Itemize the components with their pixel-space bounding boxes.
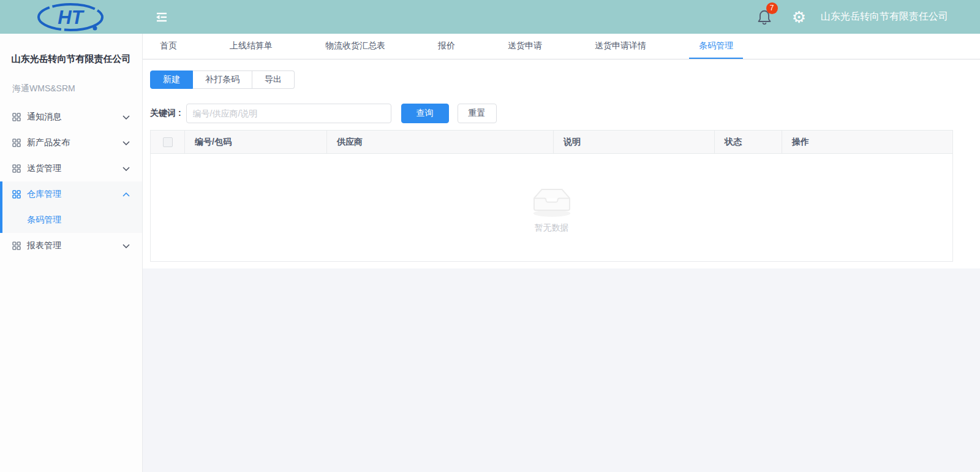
- keyword-label: 关键词 :: [150, 108, 181, 119]
- column-header-actions: 操作: [782, 131, 952, 153]
- sidebar-item-warehouse[interactable]: 仓库管理: [0, 181, 142, 207]
- sidebar-item-delivery[interactable]: 送货管理: [0, 156, 142, 181]
- tab-online-settlement[interactable]: 上线结算单: [220, 34, 282, 59]
- tab-barcode-management[interactable]: 条码管理: [689, 34, 743, 59]
- tab-logistics-summary[interactable]: 物流收货汇总表: [315, 34, 395, 59]
- logo: HT: [0, 2, 143, 32]
- toolbar-button-group: 新建 补打条码 导出: [150, 70, 295, 89]
- chevron-down-icon: [123, 167, 130, 171]
- column-header-supplier: 供应商: [327, 131, 554, 153]
- sidebar-item-label: 送货管理: [27, 163, 123, 174]
- company-logo-icon: HT: [36, 2, 108, 32]
- empty-text: 暂无数据: [535, 223, 569, 234]
- page-background: [143, 268, 980, 472]
- sidebar-subitem-label: 条码管理: [27, 215, 61, 226]
- logo-text: HT: [58, 7, 85, 28]
- column-header-code: 编号/包码: [185, 131, 327, 153]
- menu-fold-icon[interactable]: [155, 12, 168, 23]
- column-header-description: 说明: [554, 131, 715, 153]
- sidebar-system-label: 海通WMS&SRM: [12, 83, 142, 94]
- app-header: HT 7 ⚙ 山东光岳转向节有限责任公司: [0, 0, 980, 34]
- sidebar-item-label: 新产品发布: [27, 137, 123, 148]
- tab-delivery-request-detail[interactable]: 送货申请详情: [585, 34, 656, 59]
- sidebar-item-notifications[interactable]: 通知消息: [0, 104, 142, 130]
- sidebar-menu: 通知消息 新产品发布: [0, 104, 142, 259]
- export-button[interactable]: 导出: [252, 70, 295, 89]
- chevron-up-icon: [123, 192, 130, 197]
- grid-icon: [12, 190, 21, 199]
- active-indicator: [0, 181, 2, 233]
- settings-gear-icon[interactable]: ⚙: [792, 9, 806, 25]
- reprint-barcode-button[interactable]: 补打条码: [193, 70, 252, 89]
- keyword-input[interactable]: [186, 104, 391, 123]
- chevron-down-icon: [123, 141, 130, 145]
- grid-icon: [12, 164, 21, 173]
- select-all-checkbox[interactable]: [163, 137, 173, 147]
- sidebar-item-reports[interactable]: 报表管理: [0, 233, 142, 259]
- content-panel: 新建 补打条码 导出 关键词 : 查询 重置 编号/包码 供应商 说明 状: [143, 59, 980, 268]
- tab-delivery-request[interactable]: 送货申请: [498, 34, 552, 59]
- tab-home[interactable]: 首页: [150, 34, 187, 59]
- grid-icon: [12, 139, 21, 147]
- sidebar-item-new-product[interactable]: 新产品发布: [0, 130, 142, 156]
- select-all-cell: [151, 131, 185, 153]
- notifications-button[interactable]: 7: [756, 9, 772, 26]
- search-row: 关键词 : 查询 重置: [150, 104, 953, 123]
- tab-quotation[interactable]: 报价: [428, 34, 465, 59]
- header-actions: 7 ⚙ 山东光岳转向节有限责任公司: [756, 9, 980, 26]
- sidebar-item-label: 报表管理: [27, 240, 123, 251]
- layout: 山东光岳转向节有限责任公司 海通WMS&SRM 通知消息: [0, 34, 980, 472]
- tab-bar: 首页 上线结算单 物流收货汇总表 报价 送货申请 送货申请详情 条码管理: [143, 34, 980, 59]
- sidebar-company-title: 山东光岳转向节有限责任公司: [0, 53, 142, 65]
- table-header-row: 编号/包码 供应商 说明 状态 操作: [151, 131, 952, 154]
- sidebar-group-warehouse: 仓库管理 条码管理: [0, 181, 142, 233]
- grid-icon: [12, 242, 21, 250]
- chevron-down-icon: [123, 115, 130, 120]
- reset-button[interactable]: 重置: [458, 104, 497, 123]
- sidebar-item-label: 仓库管理: [27, 189, 123, 200]
- notification-badge: 7: [766, 2, 778, 14]
- barcode-table: 编号/包码 供应商 说明 状态 操作 暂无数据: [150, 130, 953, 262]
- empty-state: 暂无数据: [151, 154, 952, 261]
- main-area: 首页 上线结算单 物流收货汇总表 报价 送货申请 送货申请详情 条码管理 新建 …: [143, 34, 980, 472]
- sidebar-subitem-barcode[interactable]: 条码管理: [0, 207, 142, 233]
- empty-box-icon: [527, 182, 577, 218]
- grid-icon: [12, 113, 21, 121]
- query-button[interactable]: 查询: [401, 104, 449, 123]
- column-header-status: 状态: [715, 131, 782, 153]
- new-button[interactable]: 新建: [150, 70, 193, 89]
- sidebar: 山东光岳转向节有限责任公司 海通WMS&SRM 通知消息: [0, 34, 143, 472]
- header-company-name[interactable]: 山东光岳转向节有限责任公司: [821, 10, 948, 23]
- sidebar-item-label: 通知消息: [27, 112, 123, 123]
- chevron-down-icon: [123, 244, 130, 248]
